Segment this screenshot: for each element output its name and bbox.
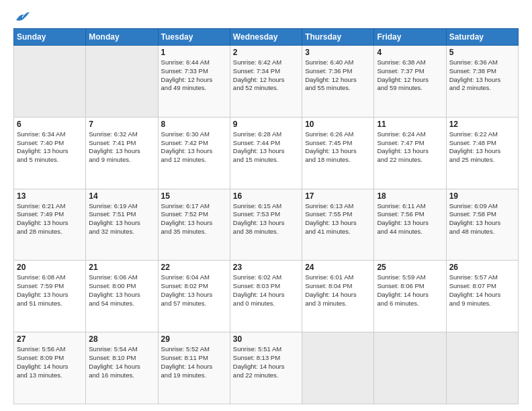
day-number: 4	[377, 48, 443, 57]
day-info: Sunrise: 5:59 AM Sunset: 8:06 PM Dayligh…	[377, 273, 443, 308]
logo-text	[13, 11, 30, 23]
calendar-cell: 7Sunrise: 6:32 AM Sunset: 7:41 PM Daylig…	[86, 117, 158, 189]
day-number: 24	[305, 263, 371, 272]
day-number: 1	[161, 48, 227, 57]
day-number: 27	[17, 334, 83, 344]
day-info: Sunrise: 5:52 AM Sunset: 8:11 PM Dayligh…	[161, 345, 227, 379]
day-info: Sunrise: 6:30 AM Sunset: 7:42 PM Dayligh…	[161, 130, 227, 165]
day-info: Sunrise: 6:42 AM Sunset: 7:34 PM Dayligh…	[233, 58, 299, 93]
day-number: 21	[89, 263, 154, 272]
calendar-cell: 8Sunrise: 6:30 AM Sunset: 7:42 PM Daylig…	[158, 117, 230, 189]
calendar-cell: 1Sunrise: 6:44 AM Sunset: 7:33 PM Daylig…	[158, 46, 230, 118]
day-info: Sunrise: 6:38 AM Sunset: 7:37 PM Dayligh…	[377, 58, 443, 93]
weekday-sunday: Sunday	[14, 29, 86, 46]
day-info: Sunrise: 6:24 AM Sunset: 7:47 PM Dayligh…	[377, 130, 443, 165]
calendar-cell	[86, 46, 158, 118]
calendar-cell: 24Sunrise: 6:01 AM Sunset: 8:04 PM Dayli…	[302, 261, 374, 332]
calendar-cell: 4Sunrise: 6:38 AM Sunset: 7:37 PM Daylig…	[374, 46, 446, 118]
calendar-cell: 21Sunrise: 6:06 AM Sunset: 8:00 PM Dayli…	[86, 261, 158, 332]
day-info: Sunrise: 6:15 AM Sunset: 7:53 PM Dayligh…	[233, 202, 299, 236]
day-info: Sunrise: 5:57 AM Sunset: 8:07 PM Dayligh…	[449, 273, 515, 308]
calendar-cell	[446, 332, 518, 404]
day-number: 13	[17, 191, 83, 201]
calendar-cell: 2Sunrise: 6:42 AM Sunset: 7:34 PM Daylig…	[230, 46, 302, 118]
weekday-monday: Monday	[86, 29, 158, 46]
day-number: 26	[449, 263, 515, 272]
day-info: Sunrise: 6:26 AM Sunset: 7:45 PM Dayligh…	[305, 130, 371, 165]
day-info: Sunrise: 6:34 AM Sunset: 7:40 PM Dayligh…	[17, 130, 83, 165]
day-info: Sunrise: 5:54 AM Sunset: 8:10 PM Dayligh…	[89, 345, 154, 379]
header	[13, 11, 519, 23]
day-info: Sunrise: 6:22 AM Sunset: 7:48 PM Dayligh…	[449, 130, 515, 165]
calendar-cell: 23Sunrise: 6:02 AM Sunset: 8:03 PM Dayli…	[230, 261, 302, 332]
weekday-tuesday: Tuesday	[158, 29, 230, 46]
day-number: 11	[377, 120, 443, 129]
weekday-wednesday: Wednesday	[230, 29, 302, 46]
calendar-cell: 17Sunrise: 6:13 AM Sunset: 7:55 PM Dayli…	[302, 189, 374, 261]
day-number: 9	[233, 120, 299, 129]
day-info: Sunrise: 6:21 AM Sunset: 7:49 PM Dayligh…	[17, 202, 83, 236]
calendar-cell: 5Sunrise: 6:36 AM Sunset: 7:38 PM Daylig…	[446, 46, 518, 118]
calendar-cell: 27Sunrise: 5:56 AM Sunset: 8:09 PM Dayli…	[14, 332, 86, 404]
day-info: Sunrise: 6:40 AM Sunset: 7:36 PM Dayligh…	[305, 58, 371, 93]
week-row-4: 27Sunrise: 5:56 AM Sunset: 8:09 PM Dayli…	[14, 332, 519, 404]
page: SundayMondayTuesdayWednesdayThursdayFrid…	[0, 0, 532, 411]
day-number: 18	[377, 191, 443, 201]
day-number: 7	[89, 120, 154, 129]
day-number: 17	[305, 191, 371, 201]
calendar-cell: 20Sunrise: 6:08 AM Sunset: 7:59 PM Dayli…	[14, 261, 86, 332]
week-row-3: 20Sunrise: 6:08 AM Sunset: 7:59 PM Dayli…	[14, 261, 519, 332]
calendar-cell: 18Sunrise: 6:11 AM Sunset: 7:56 PM Dayli…	[374, 189, 446, 261]
calendar-cell	[14, 46, 86, 118]
day-number: 23	[233, 263, 299, 272]
day-info: Sunrise: 6:36 AM Sunset: 7:38 PM Dayligh…	[449, 58, 515, 93]
day-info: Sunrise: 6:02 AM Sunset: 8:03 PM Dayligh…	[233, 273, 299, 308]
day-info: Sunrise: 5:56 AM Sunset: 8:09 PM Dayligh…	[17, 345, 83, 379]
day-number: 3	[305, 48, 371, 57]
calendar-cell: 14Sunrise: 6:19 AM Sunset: 7:51 PM Dayli…	[86, 189, 158, 261]
calendar-cell: 29Sunrise: 5:52 AM Sunset: 8:11 PM Dayli…	[158, 332, 230, 404]
day-number: 15	[161, 191, 227, 201]
day-info: Sunrise: 6:17 AM Sunset: 7:52 PM Dayligh…	[161, 202, 227, 236]
day-info: Sunrise: 6:01 AM Sunset: 8:04 PM Dayligh…	[305, 273, 371, 308]
day-number: 30	[233, 334, 299, 344]
calendar-cell: 11Sunrise: 6:24 AM Sunset: 7:47 PM Dayli…	[374, 117, 446, 189]
day-number: 2	[233, 48, 299, 57]
day-info: Sunrise: 6:28 AM Sunset: 7:44 PM Dayligh…	[233, 130, 299, 165]
calendar-cell: 28Sunrise: 5:54 AM Sunset: 8:10 PM Dayli…	[86, 332, 158, 404]
day-number: 14	[89, 191, 154, 201]
day-info: Sunrise: 6:11 AM Sunset: 7:56 PM Dayligh…	[377, 202, 443, 236]
day-number: 28	[89, 334, 154, 344]
calendar-cell: 13Sunrise: 6:21 AM Sunset: 7:49 PM Dayli…	[14, 189, 86, 261]
day-number: 19	[449, 191, 515, 201]
calendar-cell: 12Sunrise: 6:22 AM Sunset: 7:48 PM Dayli…	[446, 117, 518, 189]
day-info: Sunrise: 6:13 AM Sunset: 7:55 PM Dayligh…	[305, 202, 371, 236]
day-info: Sunrise: 5:51 AM Sunset: 8:13 PM Dayligh…	[233, 345, 299, 379]
day-info: Sunrise: 6:19 AM Sunset: 7:51 PM Dayligh…	[89, 202, 154, 236]
week-row-0: 1Sunrise: 6:44 AM Sunset: 7:33 PM Daylig…	[14, 46, 519, 118]
calendar-cell: 19Sunrise: 6:09 AM Sunset: 7:58 PM Dayli…	[446, 189, 518, 261]
day-number: 6	[17, 120, 83, 129]
day-info: Sunrise: 6:04 AM Sunset: 8:02 PM Dayligh…	[161, 273, 227, 308]
day-info: Sunrise: 6:32 AM Sunset: 7:41 PM Dayligh…	[89, 130, 154, 165]
day-number: 16	[233, 191, 299, 201]
day-number: 12	[449, 120, 515, 129]
calendar-cell: 9Sunrise: 6:28 AM Sunset: 7:44 PM Daylig…	[230, 117, 302, 189]
calendar-cell: 3Sunrise: 6:40 AM Sunset: 7:36 PM Daylig…	[302, 46, 374, 118]
calendar-cell	[302, 332, 374, 404]
day-number: 29	[161, 334, 227, 344]
day-info: Sunrise: 6:09 AM Sunset: 7:58 PM Dayligh…	[449, 202, 515, 236]
day-number: 25	[377, 263, 443, 272]
week-row-1: 6Sunrise: 6:34 AM Sunset: 7:40 PM Daylig…	[14, 117, 519, 189]
day-number: 22	[161, 263, 227, 272]
day-info: Sunrise: 6:44 AM Sunset: 7:33 PM Dayligh…	[161, 58, 227, 93]
logo	[13, 11, 30, 23]
calendar-cell: 10Sunrise: 6:26 AM Sunset: 7:45 PM Dayli…	[302, 117, 374, 189]
day-number: 8	[161, 120, 227, 129]
weekday-saturday: Saturday	[446, 29, 518, 46]
calendar-cell: 6Sunrise: 6:34 AM Sunset: 7:40 PM Daylig…	[14, 117, 86, 189]
calendar-cell: 15Sunrise: 6:17 AM Sunset: 7:52 PM Dayli…	[158, 189, 230, 261]
calendar-cell: 16Sunrise: 6:15 AM Sunset: 7:53 PM Dayli…	[230, 189, 302, 261]
logo-bird-icon	[15, 11, 30, 23]
calendar-cell: 22Sunrise: 6:04 AM Sunset: 8:02 PM Dayli…	[158, 261, 230, 332]
